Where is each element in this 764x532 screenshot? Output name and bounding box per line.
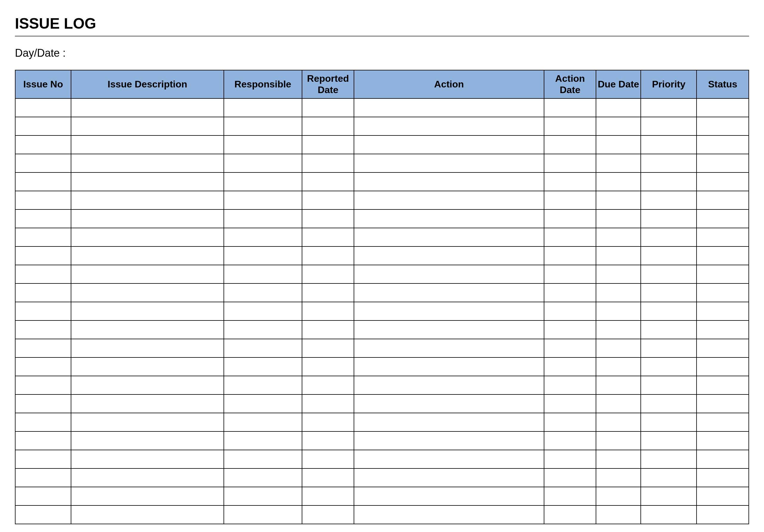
table-cell[interactable] — [15, 432, 71, 450]
table-cell[interactable] — [302, 357, 354, 376]
table-cell[interactable] — [354, 413, 544, 432]
table-cell[interactable] — [696, 432, 749, 450]
table-cell[interactable] — [71, 302, 224, 320]
table-cell[interactable] — [71, 376, 224, 395]
table-cell[interactable] — [354, 135, 544, 154]
table-cell[interactable] — [71, 117, 224, 135]
table-cell[interactable] — [15, 228, 71, 247]
table-cell[interactable] — [15, 210, 71, 228]
table-cell[interactable] — [71, 468, 224, 487]
table-cell[interactable] — [224, 283, 302, 302]
table-cell[interactable] — [696, 357, 749, 376]
table-cell[interactable] — [696, 468, 749, 487]
table-cell[interactable] — [302, 320, 354, 339]
table-cell[interactable] — [596, 376, 641, 395]
table-cell[interactable] — [71, 283, 224, 302]
table-cell[interactable] — [354, 450, 544, 468]
table-cell[interactable] — [544, 376, 596, 395]
table-cell[interactable] — [596, 191, 641, 210]
table-cell[interactable] — [596, 154, 641, 172]
table-cell[interactable] — [641, 283, 696, 302]
table-cell[interactable] — [641, 210, 696, 228]
table-cell[interactable] — [15, 191, 71, 210]
table-cell[interactable] — [15, 395, 71, 413]
table-cell[interactable] — [15, 505, 71, 524]
table-cell[interactable] — [302, 228, 354, 247]
table-cell[interactable] — [15, 247, 71, 265]
table-cell[interactable] — [302, 172, 354, 191]
table-cell[interactable] — [596, 117, 641, 135]
table-cell[interactable] — [696, 302, 749, 320]
table-cell[interactable] — [641, 98, 696, 117]
table-cell[interactable] — [302, 302, 354, 320]
table-cell[interactable] — [641, 117, 696, 135]
table-cell[interactable] — [71, 135, 224, 154]
table-cell[interactable] — [354, 376, 544, 395]
table-cell[interactable] — [15, 265, 71, 283]
table-cell[interactable] — [302, 210, 354, 228]
table-cell[interactable] — [302, 487, 354, 505]
table-cell[interactable] — [224, 191, 302, 210]
table-cell[interactable] — [596, 468, 641, 487]
table-cell[interactable] — [641, 228, 696, 247]
table-cell[interactable] — [544, 154, 596, 172]
table-cell[interactable] — [696, 228, 749, 247]
table-cell[interactable] — [71, 487, 224, 505]
table-cell[interactable] — [596, 505, 641, 524]
table-cell[interactable] — [354, 320, 544, 339]
table-cell[interactable] — [302, 450, 354, 468]
table-cell[interactable] — [696, 98, 749, 117]
table-cell[interactable] — [71, 154, 224, 172]
table-cell[interactable] — [696, 247, 749, 265]
table-cell[interactable] — [71, 98, 224, 117]
table-cell[interactable] — [15, 154, 71, 172]
table-cell[interactable] — [302, 376, 354, 395]
table-cell[interactable] — [696, 117, 749, 135]
table-cell[interactable] — [224, 450, 302, 468]
table-cell[interactable] — [544, 172, 596, 191]
table-cell[interactable] — [641, 468, 696, 487]
table-cell[interactable] — [696, 395, 749, 413]
table-cell[interactable] — [641, 320, 696, 339]
table-cell[interactable] — [696, 339, 749, 357]
table-cell[interactable] — [15, 172, 71, 191]
table-cell[interactable] — [641, 247, 696, 265]
table-cell[interactable] — [15, 283, 71, 302]
table-cell[interactable] — [544, 487, 596, 505]
table-cell[interactable] — [544, 228, 596, 247]
table-cell[interactable] — [596, 210, 641, 228]
table-cell[interactable] — [544, 117, 596, 135]
table-cell[interactable] — [354, 487, 544, 505]
table-cell[interactable] — [302, 432, 354, 450]
table-cell[interactable] — [544, 432, 596, 450]
table-cell[interactable] — [596, 98, 641, 117]
table-cell[interactable] — [15, 339, 71, 357]
table-cell[interactable] — [544, 265, 596, 283]
table-cell[interactable] — [596, 228, 641, 247]
table-cell[interactable] — [596, 172, 641, 191]
table-cell[interactable] — [641, 302, 696, 320]
table-cell[interactable] — [596, 302, 641, 320]
table-cell[interactable] — [544, 302, 596, 320]
table-cell[interactable] — [302, 265, 354, 283]
table-cell[interactable] — [354, 117, 544, 135]
table-cell[interactable] — [15, 320, 71, 339]
table-cell[interactable] — [596, 320, 641, 339]
table-cell[interactable] — [15, 135, 71, 154]
table-cell[interactable] — [354, 339, 544, 357]
table-cell[interactable] — [224, 432, 302, 450]
table-cell[interactable] — [596, 432, 641, 450]
table-cell[interactable] — [224, 413, 302, 432]
table-cell[interactable] — [224, 154, 302, 172]
table-cell[interactable] — [696, 487, 749, 505]
table-cell[interactable] — [302, 98, 354, 117]
table-cell[interactable] — [544, 413, 596, 432]
table-cell[interactable] — [641, 154, 696, 172]
table-cell[interactable] — [302, 154, 354, 172]
table-cell[interactable] — [71, 505, 224, 524]
table-cell[interactable] — [696, 265, 749, 283]
table-cell[interactable] — [224, 376, 302, 395]
table-cell[interactable] — [696, 320, 749, 339]
table-cell[interactable] — [71, 265, 224, 283]
table-cell[interactable] — [641, 339, 696, 357]
